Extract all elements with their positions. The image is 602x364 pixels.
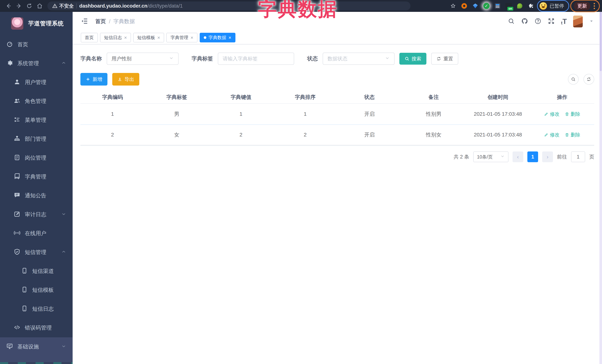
prev-page-button[interactable]: ‹	[513, 151, 523, 162]
sidebar-item[interactable]: 在线用户	[0, 224, 73, 243]
table-cell: 性别男	[402, 104, 466, 125]
paused-label: 已暂停	[549, 3, 564, 9]
scrollbar-thumb[interactable]	[600, 12, 602, 71]
sidebar-item-label: 基础设施	[17, 343, 39, 351]
extension-list-icon[interactable]	[494, 2, 501, 10]
export-button[interactable]: 导出	[112, 73, 139, 85]
extension-check-icon[interactable]: ✓	[483, 2, 490, 10]
dict-name-value: 用户性别	[111, 55, 131, 62]
goto-page-input[interactable]: 1	[571, 151, 585, 162]
sidebar-item[interactable]: 首页	[0, 35, 73, 54]
fullscreen-icon[interactable]	[548, 18, 555, 25]
column-header: 字典键值	[209, 91, 273, 103]
help-icon[interactable]	[534, 18, 541, 25]
tag-tab[interactable]: 短信日志×	[100, 33, 131, 42]
reset-button[interactable]: 重置	[431, 53, 458, 65]
app-body: 芋道管理系统 首页系统管理用户管理角色管理菜单管理部门管理岗位管理字典管理通知公…	[0, 12, 602, 364]
chevron-down-icon	[169, 56, 174, 62]
app-logo	[11, 17, 23, 30]
github-icon[interactable]	[521, 18, 528, 25]
update-button[interactable]: 更新	[574, 2, 590, 10]
close-tab-icon[interactable]: ×	[229, 35, 231, 40]
sidebar-item[interactable]: 错误码管理	[0, 318, 73, 337]
refresh-icon[interactable]	[583, 74, 594, 85]
sidebar-logo-row[interactable]: 芋道管理系统	[0, 12, 73, 35]
main-header: 首页 / 字典数据 tT	[73, 12, 602, 31]
sidebar-item[interactable]: 审计日志	[0, 205, 73, 224]
breadcrumb-home[interactable]: 首页	[95, 18, 106, 25]
sidebar-item-label: 在线用户	[25, 230, 46, 237]
sidebar-item[interactable]: 短信日志	[0, 300, 73, 318]
user-avatar[interactable]	[573, 16, 583, 27]
not-secure-warning[interactable]: 不安全	[52, 3, 74, 9]
tag-tab[interactable]: 字典管理×	[166, 33, 197, 42]
avatar-caret-down-icon[interactable]	[589, 19, 594, 24]
column-header: 操作	[530, 91, 594, 103]
chevron-up-icon	[61, 60, 66, 67]
close-tab-icon[interactable]: ×	[157, 35, 160, 40]
profile-paused-chip[interactable]: 已暂停	[538, 1, 568, 11]
extension-gem-icon[interactable]	[472, 2, 479, 10]
search-button[interactable]: 搜索	[399, 53, 426, 65]
close-tab-icon[interactable]: ×	[190, 35, 193, 40]
sidebar-item[interactable]: 基础设施	[0, 337, 73, 356]
sidebar-item[interactable]: 用户管理	[0, 73, 73, 92]
browser-home-icon[interactable]	[34, 1, 45, 11]
sidebar-item[interactable]: 岗位管理	[0, 148, 73, 167]
dict-name-select[interactable]: 用户性别	[107, 52, 179, 65]
sidebar-item[interactable]: 短信模板	[0, 281, 73, 300]
extension-orange-icon[interactable]	[460, 2, 468, 10]
sidebar-item[interactable]: 系统管理	[0, 54, 73, 73]
sidebar-item[interactable]: 短信渠道	[0, 262, 73, 281]
sidebar-item[interactable]: 部门管理	[0, 130, 73, 148]
browser-reload-icon[interactable]	[24, 1, 34, 11]
delete-link[interactable]: 删除	[565, 132, 580, 138]
column-header: 创建时间	[466, 91, 530, 103]
sidebar-item-label: 错误码管理	[25, 324, 52, 332]
status-label: 状态	[307, 55, 318, 62]
tag-tab[interactable]: 短信模板×	[133, 33, 164, 42]
extension-leaf-icon[interactable]	[516, 2, 524, 10]
browser-forward-icon[interactable]	[14, 1, 24, 11]
app-title: 芋道管理系统	[28, 20, 64, 27]
status-select[interactable]: 数据状态	[323, 52, 395, 65]
edit-link[interactable]: 修改	[544, 132, 559, 138]
table-cell: 性别女	[402, 125, 466, 145]
browser-back-icon[interactable]	[3, 1, 14, 11]
page-scrollbar[interactable]	[599, 12, 602, 364]
sidebar-item[interactable]: 通知公告	[0, 186, 73, 205]
delete-link[interactable]: 删除	[565, 111, 580, 117]
address-bar[interactable]: 不安全 dashboard.yudao.iocoder.cn/dict/type…	[47, 1, 410, 10]
page-size-select[interactable]: 10条/页	[473, 151, 508, 162]
edit-square-icon	[14, 211, 20, 219]
toggle-search-icon[interactable]	[568, 74, 579, 85]
toolbar-right	[568, 74, 594, 85]
extensions-puzzle-icon[interactable]	[527, 2, 535, 10]
tag-tab-label: 首页	[85, 35, 94, 41]
sidebar-item-label: 部门管理	[25, 135, 46, 143]
tag-tab[interactable]: 首页	[81, 33, 98, 42]
monitor-icon	[6, 343, 13, 351]
bookmark-star-icon[interactable]	[449, 2, 457, 10]
search-icon[interactable]	[508, 18, 515, 25]
next-page-button[interactable]: ›	[542, 151, 553, 162]
sidebar-item[interactable]: 短信管理	[0, 243, 73, 262]
sidebar-item[interactable]: 字典管理	[0, 167, 73, 186]
dict-tag-input[interactable]	[218, 53, 294, 64]
extension-on-icon[interactable]: on	[505, 2, 513, 10]
close-tab-icon[interactable]: ×	[124, 35, 127, 40]
phone-icon	[21, 305, 28, 313]
sidebar: 芋道管理系统 首页系统管理用户管理角色管理菜单管理部门管理岗位管理字典管理通知公…	[0, 12, 73, 364]
font-size-icon[interactable]: tT	[561, 18, 567, 26]
tag-tab[interactable]: 字典数据×	[200, 33, 236, 42]
edit-link[interactable]: 修改	[544, 111, 559, 117]
tag-tab-label: 字典数据	[209, 35, 226, 41]
tag-tab-label: 短信日志	[104, 35, 122, 41]
page-1-button[interactable]: 1	[527, 151, 538, 162]
sidebar-item[interactable]: 菜单管理	[0, 111, 73, 130]
add-button[interactable]: 新增	[80, 73, 108, 85]
sidebar-item[interactable]: 角色管理	[0, 92, 73, 111]
browser-menu-icon[interactable]	[592, 3, 596, 9]
sidebar-item-label: 短信模板	[32, 286, 54, 294]
sidebar-fold-icon[interactable]	[81, 17, 88, 26]
